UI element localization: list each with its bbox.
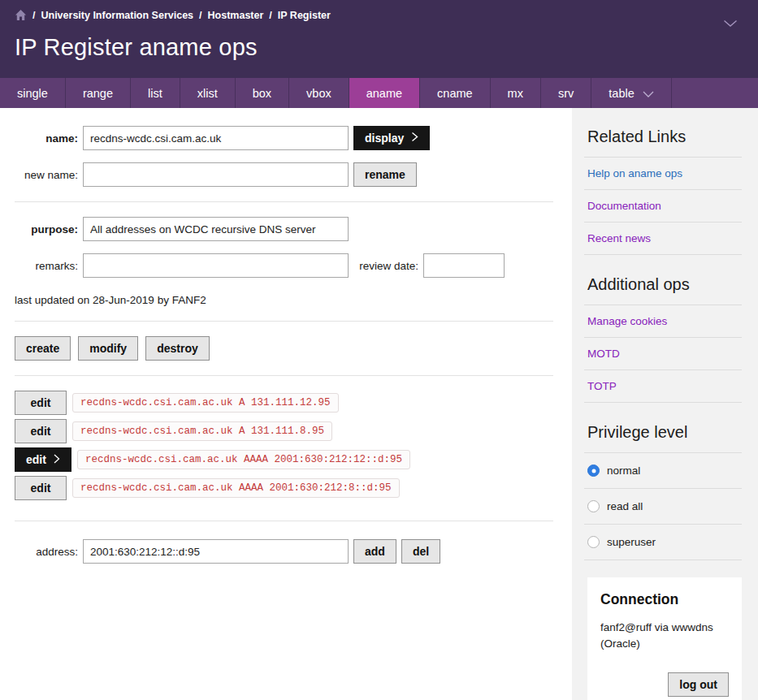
new-name-label: new name: — [15, 169, 83, 181]
chevron-down-icon[interactable] — [723, 16, 738, 31]
new-name-row: new name: rename — [15, 162, 553, 187]
tab-single[interactable]: single — [0, 78, 66, 108]
log-out-button[interactable]: log out — [668, 672, 729, 697]
tab-cname[interactable]: cname — [420, 78, 491, 108]
display-button-label: display — [365, 132, 404, 145]
purpose-row: purpose: — [15, 217, 553, 241]
create-button[interactable]: create — [15, 336, 71, 361]
remarks-input[interactable] — [83, 253, 349, 278]
connection-heading: Connection — [600, 591, 729, 608]
name-input[interactable] — [83, 126, 349, 150]
edit-button-selected[interactable]: edit — [15, 447, 71, 472]
tab-box[interactable]: box — [236, 78, 289, 108]
divider — [15, 321, 553, 322]
record-row: edit recdns-wcdc.csi.cam.ac.uk AAAA 2001… — [15, 476, 553, 500]
chevron-down-icon — [643, 87, 654, 100]
tab-label: mx — [508, 87, 523, 100]
breadcrumb-separator: / — [199, 10, 201, 21]
sidebar: Related Links Help on aname ops Document… — [572, 108, 758, 700]
chevron-right-icon — [411, 132, 418, 145]
connection-footer: log out — [600, 672, 729, 697]
header: / University Information Services / Host… — [0, 0, 758, 78]
tab-vbox[interactable]: vbox — [289, 78, 349, 108]
action-buttons: create modify destroy — [15, 336, 553, 361]
divider — [15, 201, 553, 202]
dns-record: recdns-wcdc.csi.cam.ac.uk A 131.111.8.95 — [72, 421, 332, 441]
additional-ops-heading: Additional ops — [587, 275, 742, 294]
review-date-input[interactable] — [423, 253, 505, 278]
tab-srv[interactable]: srv — [541, 78, 591, 108]
radio-button-icon — [587, 465, 600, 477]
page: / University Information Services / Host… — [0, 0, 758, 700]
last-updated-text: last updated on 28-Jun-2019 by FANF2 — [15, 294, 553, 306]
radio-label: normal — [607, 465, 640, 477]
privilege-level-heading: Privilege level — [587, 423, 742, 442]
tab-label: range — [83, 87, 113, 100]
breadcrumb-link-ip-register[interactable]: IP Register — [278, 10, 331, 21]
home-icon[interactable] — [15, 9, 27, 21]
tab-label: srv — [558, 87, 574, 100]
record-row: edit recdns-wcdc.csi.cam.ac.uk AAAA 2001… — [15, 447, 553, 472]
radio-button-icon — [587, 536, 600, 548]
tab-bar: single range list xlist box vbox aname c… — [0, 78, 758, 108]
page-title: IP Register aname ops — [15, 34, 743, 61]
tab-label: table — [609, 87, 634, 100]
connection-info: fanf2@ruff via wwwdns (Oracle) — [600, 620, 722, 651]
sidebar-link-totp[interactable]: TOTP — [584, 370, 742, 402]
sidebar-link-documentation[interactable]: Documentation — [584, 190, 742, 222]
edit-button-label: edit — [26, 453, 46, 466]
dns-record: recdns-wcdc.csi.cam.ac.uk A 131.111.12.9… — [72, 393, 339, 413]
edit-button[interactable]: edit — [15, 391, 67, 415]
name-row: name: display — [15, 126, 553, 150]
radio-superuser[interactable]: superuser — [584, 525, 742, 560]
add-button[interactable]: add — [353, 539, 396, 564]
remarks-label: remarks: — [15, 260, 83, 272]
edit-button[interactable]: edit — [15, 419, 67, 443]
breadcrumb: / University Information Services / Host… — [15, 10, 743, 21]
divider — [15, 375, 553, 376]
sidebar-link-manage-cookies[interactable]: Manage cookies — [584, 305, 742, 337]
remarks-row: remarks: review date: — [15, 253, 553, 278]
breadcrumb-separator: / — [32, 10, 35, 21]
destroy-button[interactable]: destroy — [145, 336, 210, 361]
name-label: name: — [15, 132, 83, 145]
radio-normal[interactable]: normal — [584, 453, 742, 488]
breadcrumb-link-hostmaster[interactable]: Hostmaster — [208, 10, 264, 21]
tab-label: xlist — [197, 87, 218, 100]
tab-xlist[interactable]: xlist — [180, 78, 236, 108]
review-date-label: review date: — [349, 260, 423, 272]
tab-range[interactable]: range — [66, 78, 131, 108]
sidebar-link-recent-news[interactable]: Recent news — [584, 223, 742, 254]
tab-label: single — [17, 87, 48, 100]
sidebar-link-help-aname[interactable]: Help on aname ops — [584, 158, 742, 189]
tab-label: cname — [437, 87, 473, 100]
address-row: address: add del — [15, 539, 553, 564]
tab-aname[interactable]: aname — [349, 78, 420, 108]
radio-label: read all — [607, 500, 643, 512]
tab-label: vbox — [306, 87, 331, 100]
tab-table[interactable]: table — [591, 78, 671, 108]
rename-button[interactable]: rename — [353, 162, 417, 187]
breadcrumb-link-uis[interactable]: University Information Services — [41, 10, 193, 21]
divider — [584, 254, 742, 255]
del-button[interactable]: del — [401, 539, 440, 564]
dns-record: recdns-wcdc.csi.cam.ac.uk AAAA 2001:630:… — [72, 478, 400, 498]
display-button[interactable]: display — [353, 126, 430, 150]
record-row: edit recdns-wcdc.csi.cam.ac.uk A 131.111… — [15, 391, 553, 415]
purpose-input[interactable] — [83, 217, 349, 241]
tab-list[interactable]: list — [131, 78, 180, 108]
sidebar-link-motd[interactable]: MOTD — [584, 338, 742, 369]
edit-button[interactable]: edit — [15, 476, 67, 500]
modify-button[interactable]: modify — [78, 336, 138, 361]
purpose-label: purpose: — [15, 223, 83, 235]
content: name: display new name: rename purpose: — [0, 108, 758, 700]
new-name-input[interactable] — [83, 162, 349, 187]
tab-label: list — [148, 87, 162, 100]
tab-mx[interactable]: mx — [491, 78, 541, 108]
chevron-right-icon — [54, 453, 60, 466]
radio-label: superuser — [607, 536, 656, 548]
divider — [584, 560, 742, 560]
radio-read-all[interactable]: read all — [584, 489, 742, 524]
divider — [584, 402, 742, 403]
address-input[interactable] — [83, 539, 349, 564]
